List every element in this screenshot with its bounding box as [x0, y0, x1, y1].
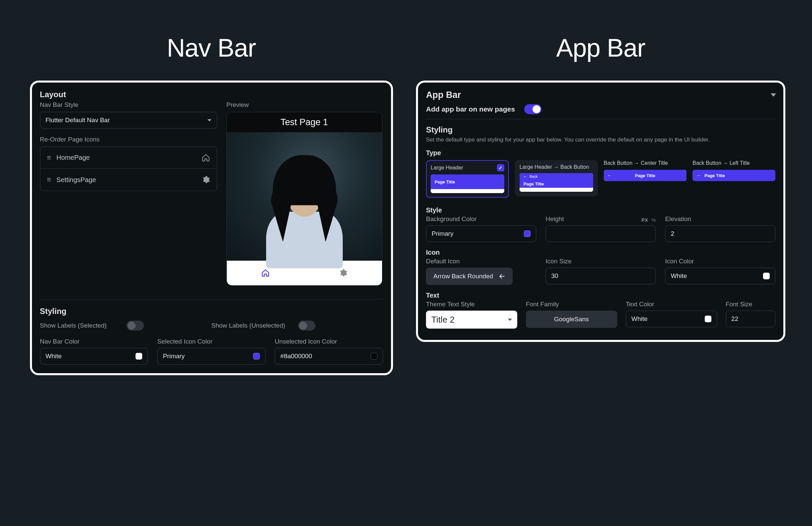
unselected-icon-color-label: Unselected Icon Color — [275, 338, 383, 345]
type-label: Type — [426, 149, 775, 157]
chevron-down-icon — [508, 319, 512, 321]
arrow-left-icon — [498, 273, 505, 280]
navbar-styling-title: Styling — [40, 307, 383, 316]
navbar-style-label: Nav Bar Style — [40, 101, 217, 108]
bg-color-swatch — [524, 230, 531, 237]
icon-size-value: 30 — [551, 272, 558, 280]
home-icon — [202, 154, 210, 162]
type-preview-back: Back — [530, 174, 538, 178]
arrow-left-icon — [696, 173, 701, 178]
elevation-label: Elevation — [665, 215, 775, 223]
default-icon-button[interactable]: Arrow Back Rounded — [426, 268, 512, 285]
selected-icon-color-input[interactable]: Primary — [157, 348, 265, 365]
preview-label: Preview — [227, 101, 383, 108]
type-preview-title: Page Title — [705, 173, 725, 178]
show-labels-unselected-toggle[interactable] — [298, 321, 315, 331]
text-heading: Text — [426, 292, 775, 299]
navbar-color-value: White — [46, 353, 62, 360]
add-appbar-toggle[interactable] — [524, 104, 541, 114]
font-size-value: 22 — [731, 315, 738, 323]
preview-image — [227, 132, 382, 261]
elevation-value: 2 — [671, 230, 675, 237]
default-icon-value: Arrow Back Rounded — [433, 273, 493, 280]
bg-color-label: Background Color — [426, 215, 536, 223]
type-option-large-header[interactable]: Large Header ✓ Page Title — [426, 160, 509, 198]
text-color-label: Text Color — [626, 301, 717, 308]
unselected-icon-color-swatch — [371, 353, 377, 360]
icon-color-swatch — [763, 273, 770, 279]
theme-text-style-select[interactable]: Title 2 — [426, 311, 517, 328]
unselected-icon-color-value: #8a000000 — [280, 353, 312, 360]
drag-handle-icon[interactable]: ≡ — [47, 154, 50, 162]
height-unit-pct[interactable]: % — [651, 217, 656, 223]
theme-text-style-label: Theme Text Style — [426, 301, 517, 308]
text-color-swatch — [705, 316, 711, 322]
reorder-item[interactable]: ≡ SettingsPage — [40, 169, 217, 191]
text-color-input[interactable]: White — [626, 311, 717, 327]
icon-color-label: Icon Color — [665, 258, 775, 265]
type-preview-title: Page Title — [431, 174, 504, 189]
drag-handle-icon[interactable]: ≡ — [47, 175, 50, 184]
bg-color-value: Primary — [432, 230, 453, 237]
navbar-color-swatch — [135, 353, 142, 360]
page-name: HomePage — [56, 154, 195, 161]
icon-size-input[interactable]: 30 — [546, 268, 656, 284]
type-name: Large Header → Back Button — [520, 164, 589, 170]
gear-icon — [339, 269, 347, 277]
icon-color-value: White — [671, 272, 687, 280]
default-icon-label: Default Icon — [426, 258, 536, 265]
font-family-button[interactable]: GoogleSans — [526, 311, 617, 328]
right-heading: App Bar — [556, 33, 646, 62]
selected-icon-color-swatch — [253, 353, 260, 360]
type-name: Large Header — [431, 165, 463, 171]
type-option-back-left[interactable]: Page Title — [693, 170, 775, 181]
navbar-color-label: Nav Bar Color — [40, 338, 148, 345]
font-size-input[interactable]: 22 — [726, 311, 775, 327]
appbar-section-title: App Bar — [426, 90, 461, 100]
navbar-color-input[interactable]: White — [40, 348, 148, 365]
gear-icon — [202, 175, 210, 184]
type-option-back-center[interactable]: Page Title — [604, 170, 687, 181]
type-name: Back Button → Left Title — [693, 160, 750, 166]
type-name: Back Button → Center Title — [604, 160, 668, 166]
show-labels-unselected-label: Show Labels (Unselected) — [212, 322, 288, 329]
appbar-settings-panel: App Bar Add app bar on new pages Styling… — [416, 81, 785, 342]
layout-section-title: Layout — [40, 90, 383, 99]
chevron-down-icon — [207, 119, 212, 121]
show-labels-selected-label: Show Labels (Selected) — [40, 322, 117, 329]
height-input[interactable] — [546, 225, 656, 242]
selected-icon-color-value: Primary — [163, 353, 185, 360]
icon-heading: Icon — [426, 249, 775, 256]
show-labels-selected-toggle[interactable] — [127, 321, 144, 331]
type-preview-title: Page Title — [520, 180, 593, 188]
appbar-styling-title: Styling — [426, 125, 775, 134]
selected-icon-color-label: Selected Icon Color — [157, 338, 265, 345]
theme-text-style-value: Title 2 — [431, 315, 455, 325]
text-color-value: White — [632, 315, 648, 323]
icon-color-input[interactable]: White — [665, 268, 775, 284]
navbar-settings-panel: Layout Nav Bar Style Flutter Default Nav… — [30, 81, 393, 375]
portrait-illustration — [264, 155, 344, 262]
unselected-icon-color-input[interactable]: #8a000000 — [275, 348, 383, 365]
appbar-type-options: Large Header ✓ Page Title Large Header →… — [426, 160, 775, 198]
reorder-page-list: ≡ HomePage ≡ SettingsPage — [40, 146, 217, 191]
left-heading: Nav Bar — [167, 33, 256, 62]
arrow-left-icon — [523, 174, 527, 179]
navbar-style-value: Flutter Default Nav Bar — [46, 117, 110, 124]
type-preview-title: Page Title — [635, 173, 655, 178]
font-family-label: Font Family — [526, 301, 617, 308]
height-unit-px[interactable]: PX — [641, 217, 648, 223]
bg-color-input[interactable]: Primary — [426, 225, 536, 242]
reorder-pages-label: Re-Order Page Icons — [40, 136, 217, 143]
style-heading: Style — [426, 206, 775, 214]
page-name: SettingsPage — [56, 176, 195, 184]
check-icon: ✓ — [497, 164, 504, 172]
chevron-down-icon[interactable] — [771, 93, 777, 97]
arrow-left-icon — [607, 173, 612, 178]
icon-size-label: Icon Size — [546, 258, 656, 265]
font-size-label: Font Size — [726, 301, 775, 308]
reorder-item[interactable]: ≡ HomePage — [40, 147, 217, 169]
navbar-style-select[interactable]: Flutter Default Nav Bar — [40, 112, 217, 129]
type-option-large-back[interactable]: Large Header → Back Button Back Page Tit… — [515, 160, 598, 196]
elevation-input[interactable]: 2 — [665, 225, 775, 242]
